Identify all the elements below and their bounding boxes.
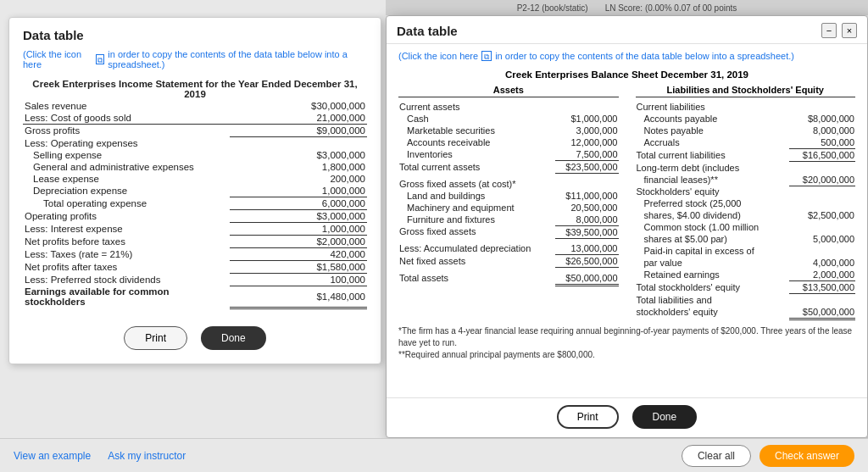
table-row: Lease expense 200,000 <box>23 173 367 185</box>
bg-copy-notice: (Click the icon here ⧉ in order to copy … <box>23 49 367 69</box>
table-row: Inventories 7,500,000 <box>398 148 619 161</box>
main-modal: Data table − × (Click the icon here ⧉ in… <box>386 15 868 438</box>
bg-buttons: Print Done <box>23 326 367 350</box>
assets-header: Assets <box>398 85 619 97</box>
modal-footer: Print Done <box>387 397 867 437</box>
liabilities-table: Current liabilities Accounts payable $8,… <box>636 101 856 320</box>
top-hint2: LN Score: (0.00% 0.07 of 00 points <box>605 3 737 13</box>
table-row: Accruals 500,000 <box>636 136 856 149</box>
modal-controls: − × <box>821 23 857 38</box>
modal-print-button[interactable]: Print <box>557 405 619 429</box>
table-row: shares, $4.00 dividend) $2,500,000 <box>636 209 856 221</box>
modal-header: Data table − × <box>387 16 867 44</box>
table-row: Total liabilities and <box>636 294 856 306</box>
table-row: Furniture and fixtures 8,000,000 <box>398 214 619 226</box>
bottom-links: View an example Ask my instructor <box>14 450 186 462</box>
table-row: Preferred stock (25,000 <box>636 197 856 209</box>
table-row: Total assets $50,000,000 <box>398 272 619 286</box>
bottom-right-buttons: Clear all Check answer <box>682 445 854 467</box>
table-row: Stockholders' equity <box>636 186 856 197</box>
table-row: Notes payable 8,000,000 <box>636 125 856 136</box>
liabilities-column: Liabilities and Stockholders' Equity Cur… <box>636 85 856 320</box>
balance-title: Creek Enterprises Balance Sheet December… <box>398 69 855 80</box>
table-row: Less: Operating expenses <box>23 137 367 149</box>
table-row: stockholders' equity $50,000,000 <box>636 306 856 319</box>
table-row: Less: Interest expense 1,000,000 <box>23 222 367 235</box>
balance-grid: Assets Current assets Cash $1,000,000 Ma… <box>398 85 855 320</box>
income-title: Creek Enterprises Income Statement for t… <box>23 78 367 100</box>
view-example-link[interactable]: View an example <box>14 450 91 462</box>
table-row: Accounts receivable 12,000,000 <box>398 136 619 148</box>
table-row: Earnings available for common stockholde… <box>23 286 367 308</box>
table-row: Selling expense $3,000,000 <box>23 149 367 161</box>
bg-panel-title: Data table <box>23 28 367 42</box>
bg-print-button[interactable]: Print <box>124 326 187 350</box>
table-row: Marketable securities 3,000,000 <box>398 125 619 136</box>
table-row: Land and buildings $11,000,000 <box>398 190 619 202</box>
table-row: Total operating expense 6,000,000 <box>23 197 367 209</box>
top-hint1: P2-12 (book/static) <box>517 3 588 13</box>
modal-done-button[interactable]: Done <box>632 405 698 429</box>
table-row: Machinery and equipment 20,500,000 <box>398 202 619 214</box>
table-row: Net profits before taxes $2,000,000 <box>23 235 367 247</box>
check-answer-button[interactable]: Check answer <box>760 445 854 467</box>
top-bar: P2-12 (book/static) LN Score: (0.00% 0.0… <box>386 0 868 15</box>
table-row: Less: Preferred stock dividends 100,000 <box>23 273 367 286</box>
table-row: Gross profits $9,000,000 <box>23 125 367 137</box>
footnotes: *The firm has a 4-year financial lease r… <box>398 325 855 361</box>
table-row: Retained earnings 2,000,000 <box>636 269 856 281</box>
liabilities-header: Liabilities and Stockholders' Equity <box>636 85 856 97</box>
table-row: General and administrative expenses 1,80… <box>23 161 367 173</box>
table-row: Less: Accumulated depreciation 13,000,00… <box>398 242 619 255</box>
table-row: Less: Taxes (rate = 21%) 420,000 <box>23 247 367 260</box>
bg-data-table: Data table (Click the icon here ⧉ in ord… <box>8 17 381 364</box>
table-row: financial leases)** $20,000,000 <box>636 174 856 186</box>
footnote-1: *The firm has a 4-year financial lease r… <box>398 325 855 349</box>
minimize-button[interactable]: − <box>821 23 837 38</box>
clear-all-button[interactable]: Clear all <box>682 445 751 467</box>
table-row: par value 4,000,000 <box>636 257 856 269</box>
table-row: Total current assets $23,500,000 <box>398 161 619 174</box>
ask-instructor-link[interactable]: Ask my instructor <box>108 450 186 462</box>
assets-column: Assets Current assets Cash $1,000,000 Ma… <box>398 85 619 320</box>
table-row: Net profits after taxes $1,580,000 <box>23 260 367 273</box>
modal-copy-notice: (Click the icon here ⧉ in order to copy … <box>398 51 855 61</box>
modal-body: (Click the icon here ⧉ in order to copy … <box>387 44 867 397</box>
table-row: shares at $5.00 par) 5,000,000 <box>636 233 856 245</box>
assets-table: Current assets Cash $1,000,000 Marketabl… <box>398 101 619 286</box>
table-row: Total stockholders' equity $13,500,000 <box>636 281 856 294</box>
table-row: Current assets <box>398 101 619 113</box>
footnote-2: **Required annual principal payments are… <box>398 349 855 361</box>
bottom-bar: View an example Ask my instructor Clear … <box>0 438 868 472</box>
table-row: Depreciation expense 1,000,000 <box>23 185 367 197</box>
copy-icon[interactable]: ⧉ <box>96 54 105 64</box>
table-row: Gross fixed assets $39,500,000 <box>398 225 619 238</box>
table-row: Accounts payable $8,000,000 <box>636 113 856 125</box>
table-row: Total current liabilities $16,500,000 <box>636 149 856 162</box>
income-statement-table: Creek Enterprises Income Statement for t… <box>23 78 367 309</box>
table-row: Net fixed assets $26,500,000 <box>398 255 619 268</box>
table-row: Paid-in capital in excess of <box>636 245 856 257</box>
bg-done-button[interactable]: Done <box>201 326 266 350</box>
table-row: Long-term debt (includes <box>636 162 856 174</box>
table-row: Gross fixed assets (at cost)* <box>398 178 619 190</box>
modal-title: Data table <box>397 24 458 38</box>
table-row: Sales revenue $30,000,000 <box>23 100 367 112</box>
close-button[interactable]: × <box>842 23 857 38</box>
table-row: Operating profits $3,000,000 <box>23 209 367 222</box>
table-row: Less: Cost of goods sold 21,000,000 <box>23 112 367 125</box>
table-row: Common stock (1.00 million <box>636 221 856 233</box>
table-row: Current liabilities <box>636 101 856 113</box>
table-row: Cash $1,000,000 <box>398 113 619 125</box>
modal-copy-icon[interactable]: ⧉ <box>481 51 492 61</box>
